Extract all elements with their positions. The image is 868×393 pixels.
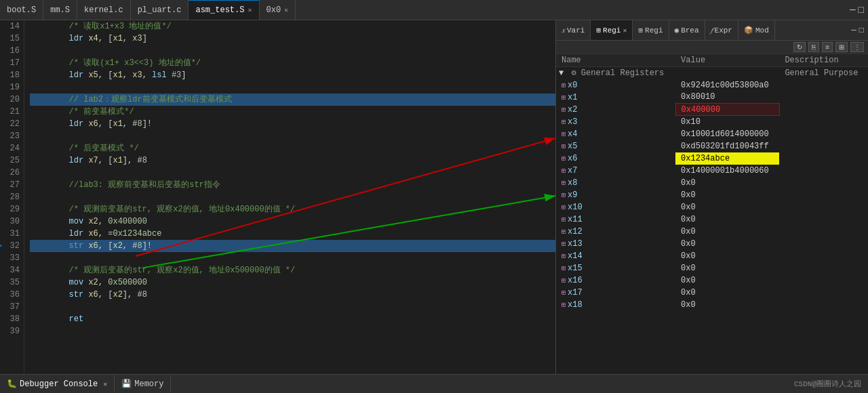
reg-refresh-btn[interactable]: ↻ (793, 42, 806, 52)
reg-row-x18: ⊞x18 0x0 (556, 299, 868, 311)
reg-x3-name: x3 (568, 117, 577, 127)
bottom-tab-debugger-label: Debugger Console (20, 379, 98, 389)
reg-x7-name: x7 (568, 166, 577, 175)
reg-x18-name: x18 (568, 300, 583, 310)
code-area[interactable]: /* 读取x1+x3 地址的值*/ ldr x4, [x1, x3] /* 读取… (24, 20, 555, 374)
reg-x12-name: x12 (568, 227, 583, 236)
right-tab-vari[interactable]: 𝑥 Vari (556, 20, 591, 40)
main-content: 14 15 16 17 18 19 20 21 22 23 24 25 26 2… (0, 20, 868, 374)
reg-x11-value: 0x0 (675, 213, 779, 226)
code-line-35: mov x2, 0x500000 (30, 276, 555, 289)
regi-icon: ⊞ (596, 26, 601, 35)
reg-filter-btn[interactable]: ⋮ (850, 42, 864, 52)
editor-wrapper: 14 15 16 17 18 19 20 21 22 23 24 25 26 2… (0, 20, 555, 374)
reg-x2-name: x2 (568, 105, 577, 115)
code-line-32: str x6, [x2, #8]! (30, 240, 555, 252)
reg-copy-btn[interactable]: ⎘ (808, 42, 819, 52)
tab-hex0-close[interactable]: ✕ (284, 6, 288, 14)
reg-x13-value: 0x0 (675, 238, 779, 250)
ln-38: 38 (0, 313, 20, 325)
reg-expand-btn[interactable]: ⊞ (835, 42, 848, 52)
reg-x16-name: x16 (568, 276, 583, 285)
reg-x5-name: x5 (568, 142, 577, 151)
vari-icon: 𝑥 (561, 26, 565, 35)
code-line-31: ldr x6, =0x1234abce (30, 228, 555, 240)
reg-row-x2: ⊞x2 0x400000 (556, 104, 868, 116)
maximize-icon[interactable]: □ (859, 5, 864, 16)
right-tab-brea[interactable]: ◉ Brea (669, 20, 705, 40)
reg-x4-value: 0x10001d6014000000 (675, 128, 779, 140)
reg-x6-value: 0x1234abce (675, 152, 779, 165)
tab-mm[interactable]: mm.S (43, 0, 77, 20)
group-description: General Purpose (779, 67, 868, 79)
group-label: General Registers (581, 68, 664, 78)
right-maximize-icon[interactable]: □ (859, 26, 864, 35)
tab-mm-label: mm.S (50, 5, 70, 15)
ln-31: 31 (0, 228, 20, 240)
ln-30: 30 (0, 215, 20, 228)
right-tab-vari-label: Vari (567, 26, 585, 35)
right-tab-expr[interactable]: 𝑓 Expr (705, 20, 738, 40)
reg-x9-name: x9 (568, 190, 577, 200)
reg-x16-value: 0x0 (675, 274, 779, 287)
reg-x2-value: 0x400000 (675, 104, 779, 116)
reg-row-x13: ⊞x13 0x0 (556, 238, 868, 250)
right-tab-regi2[interactable]: ⊞ Regi (633, 20, 669, 40)
tab-boot[interactable]: boot.S (0, 0, 43, 20)
reg-x1-value: 0x80010 (675, 91, 779, 104)
code-line-14: /* 读取x1+x3 地址的值*/ (30, 20, 555, 33)
tab-hex0[interactable]: 0x0 ✕ (260, 0, 296, 20)
tab-pluart[interactable]: pl_uart.c (131, 0, 189, 20)
register-table[interactable]: Name Value Description ▼ ⚙ General Regis… (556, 54, 868, 374)
ln-19: 19 (0, 81, 20, 94)
code-line-38: ret (30, 313, 555, 325)
code-line-15: ldr x4, [x1, x3] (30, 33, 555, 45)
editor-panel: 14 15 16 17 18 19 20 21 22 23 24 25 26 2… (0, 20, 556, 374)
ln-33: 33 (0, 252, 20, 264)
tab-asmtest-close[interactable]: ✕ (248, 6, 252, 14)
reg-collapse-btn[interactable]: ≡ (822, 42, 833, 52)
reg-group-general: ▼ ⚙ General Registers General Purpose (556, 67, 868, 79)
reg-x15-value: 0x0 (675, 262, 779, 274)
bottom-tab-memory[interactable]: 💾 Memory (115, 375, 171, 393)
ln-37: 37 (0, 301, 20, 313)
reg-x5-value: 0xd503201fd10043ff (675, 140, 779, 152)
code-line-17: /* 读取(x1+ x3<<3) 地址的值*/ (30, 57, 555, 69)
tab-asmtest[interactable]: asm_test.S ✕ (189, 0, 259, 20)
code-line-16 (30, 45, 555, 57)
reg-row-x16: ⊞x16 0x0 (556, 274, 868, 287)
right-tab-mod[interactable]: 📦 Mod (738, 20, 775, 40)
code-line-28 (30, 191, 555, 203)
right-tab-regi[interactable]: ⊞ Regi ✕ (591, 20, 633, 40)
brea-icon: ◉ (675, 26, 679, 35)
right-panel: 𝑥 Vari ⊞ Regi ✕ ⊞ Regi ◉ Brea 𝑓 Expr 📦 (556, 20, 868, 374)
bottom-tab-debugger[interactable]: 🐛 Debugger Console ✕ (0, 375, 115, 393)
ln-17: 17 (0, 57, 20, 69)
ln-25: 25 (0, 154, 20, 167)
code-line-18: ldr x5, [x1, x3, lsl #3] (30, 69, 555, 81)
ln-14: 14 (0, 20, 20, 33)
ln-39: 39 (0, 325, 20, 337)
code-line-21: /* 前变基模式*/ (30, 106, 555, 118)
tab-asmtest-label: asm_test.S (195, 5, 244, 15)
code-line-24: /* 后变基模式 */ (30, 142, 555, 154)
tab-boot-label: boot.S (7, 5, 36, 15)
regi2-icon: ⊞ (638, 26, 643, 35)
code-line-22: ldr x6, [x1, #8]! (30, 118, 555, 130)
group-expand-icon[interactable]: ▼ (559, 68, 564, 78)
debugger-close[interactable]: ✕ (103, 380, 107, 388)
ln-15: 15 (0, 33, 20, 45)
reg-x14-name: x14 (568, 251, 583, 261)
code-line-37 (30, 301, 555, 313)
regi-close[interactable]: ✕ (623, 26, 627, 35)
reg-x8-name: x8 (568, 178, 577, 188)
right-minimize-icon[interactable]: ─ (852, 26, 856, 35)
code-line-34: /* 观测后变基的str, 观察x2的值, 地址0x500000的值 */ (30, 264, 555, 276)
minimize-icon[interactable]: ─ (850, 5, 855, 16)
tab-kernel[interactable]: kernel.c (77, 0, 131, 20)
code-line-36: str x6, [x2], #8 (30, 289, 555, 301)
debugger-icon: 🐛 (7, 379, 17, 389)
reg-row-x6: ⊞x6 0x1234abce (556, 152, 868, 165)
col-name: Name (556, 54, 675, 67)
reg-x14-value: 0x0 (675, 250, 779, 262)
